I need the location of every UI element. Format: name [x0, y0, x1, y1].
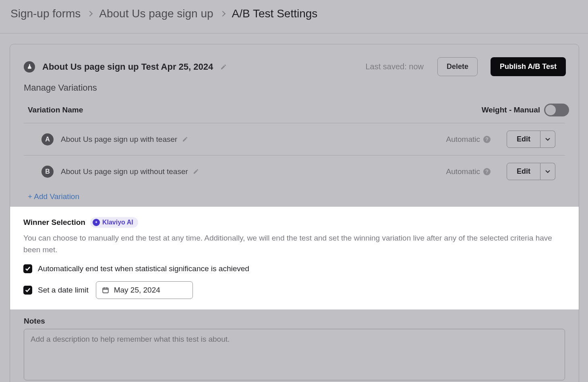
- pencil-icon[interactable]: [193, 168, 199, 174]
- breadcrumb-item-about-us[interactable]: About Us page sign up: [99, 7, 213, 20]
- manage-variations-title: Manage Variations: [10, 80, 579, 95]
- edit-variation-split-button: Edit: [507, 131, 555, 148]
- flask-icon: [24, 61, 35, 73]
- ab-test-card: About Us page sign up Test Apr 25, 2024 …: [10, 44, 579, 382]
- variation-row: B About Us page sign up without teaser A…: [24, 155, 565, 187]
- breadcrumb-item-signup-forms[interactable]: Sign-up forms: [10, 7, 81, 20]
- date-limit-checkbox[interactable]: [23, 286, 32, 295]
- pencil-icon[interactable]: [220, 64, 227, 70]
- date-limit-input[interactable]: May 25, 2024: [96, 281, 193, 299]
- variation-badge-a: A: [41, 133, 54, 145]
- svg-rect-0: [103, 288, 108, 293]
- test-title: About Us page sign up Test Apr 25, 2024: [42, 62, 213, 72]
- variation-badge-b: B: [41, 166, 54, 178]
- breadcrumb-item-ab-test-settings: A/B Test Settings: [232, 7, 318, 20]
- pencil-icon[interactable]: [182, 136, 188, 142]
- edit-variation-dropdown[interactable]: [540, 131, 555, 148]
- notes-textarea[interactable]: [24, 329, 565, 380]
- add-variation-link[interactable]: + Add Variation: [10, 187, 579, 207]
- auto-end-label: Automatically end test when statistical …: [38, 264, 249, 273]
- winner-selection-section: Winner Selection Klaviyo AI You can choo…: [10, 207, 579, 309]
- variation-row: A About Us page sign up with teaser Auto…: [24, 123, 565, 155]
- delete-button[interactable]: Delete: [437, 57, 478, 76]
- variation-weight: Automatic: [446, 135, 480, 144]
- notes-label: Notes: [24, 317, 565, 326]
- calendar-icon: [102, 286, 109, 294]
- edit-variation-button[interactable]: Edit: [507, 131, 540, 148]
- caret-down-icon: [545, 138, 550, 141]
- help-icon[interactable]: ?: [483, 136, 491, 143]
- edit-variation-button[interactable]: Edit: [507, 163, 540, 180]
- edit-variation-dropdown[interactable]: [540, 163, 555, 180]
- weight-header: Weight - Manual: [482, 106, 540, 114]
- auto-end-row: Automatically end test when statistical …: [23, 264, 565, 273]
- breadcrumb: Sign-up forms About Us page sign up A/B …: [0, 0, 588, 33]
- variation-weight: Automatic: [446, 167, 480, 176]
- variations-header: Variation Name Weight - Manual: [10, 95, 579, 123]
- variation-name: About Us page sign up without teaser: [61, 167, 188, 176]
- last-saved-text: Last saved: now: [365, 62, 424, 71]
- chevron-right-icon: [87, 11, 93, 17]
- winner-selection-description: You can choose to manually end the test …: [23, 233, 565, 255]
- weight-manual-toggle[interactable]: [544, 104, 569, 116]
- help-icon[interactable]: ?: [483, 168, 491, 175]
- klaviyo-ai-badge: Klaviyo AI: [90, 217, 138, 228]
- date-limit-row: Set a date limit May 25, 2024: [23, 281, 565, 299]
- sparkle-icon: [93, 219, 100, 226]
- auto-end-checkbox[interactable]: [23, 264, 32, 273]
- publish-button[interactable]: Publish A/B Test: [491, 57, 566, 76]
- variation-name-header: Variation Name: [28, 106, 83, 114]
- winner-selection-title: Winner Selection: [23, 218, 85, 227]
- date-limit-value: May 25, 2024: [114, 286, 160, 295]
- chevron-right-icon: [220, 11, 226, 17]
- notes-section: Notes: [10, 309, 579, 382]
- caret-down-icon: [545, 170, 550, 173]
- card-header: About Us page sign up Test Apr 25, 2024 …: [10, 44, 579, 80]
- ai-badge-label: Klaviyo AI: [102, 219, 133, 226]
- variation-name: About Us page sign up with teaser: [61, 135, 177, 144]
- edit-variation-split-button: Edit: [507, 163, 555, 180]
- date-limit-label: Set a date limit: [38, 286, 89, 295]
